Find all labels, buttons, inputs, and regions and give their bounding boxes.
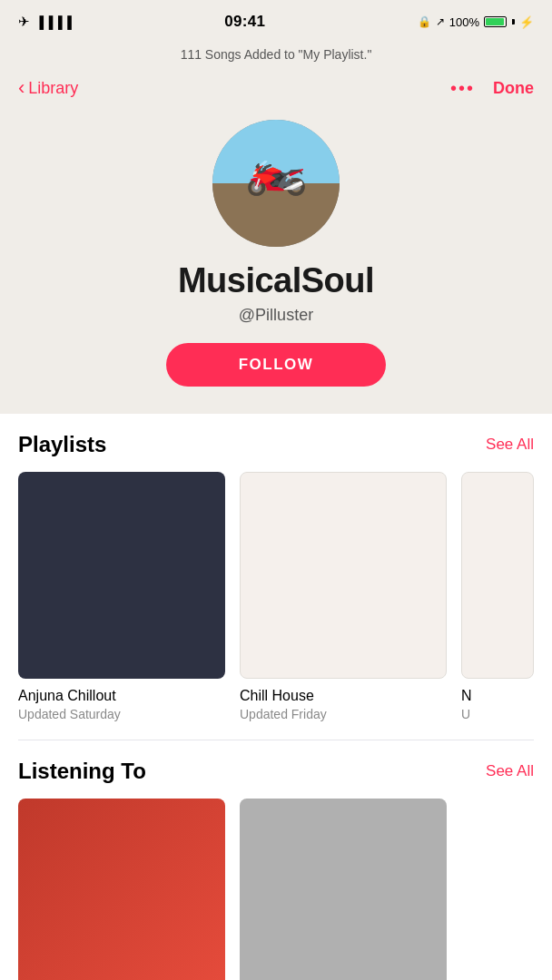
status-right: 🔒 ↗ 100% ⚡ <box>418 15 534 29</box>
playlist-updated-3: U <box>461 707 534 721</box>
back-arrow-icon: ‹ <box>18 76 25 100</box>
listening-title: Listening To <box>18 759 146 784</box>
playlist-cover-3 <box>461 472 534 679</box>
avatar <box>212 120 340 247</box>
listening-cover-2 <box>240 799 447 980</box>
signal-icon: ▐▐▐▐ <box>35 15 73 29</box>
playlist-cover-2 <box>240 472 447 679</box>
back-button[interactable]: ‹ Library <box>18 76 78 100</box>
back-label: Library <box>28 79 78 98</box>
listening-cover-1: जागो <box>18 799 225 980</box>
status-left: ✈ ▐▐▐▐ <box>18 14 73 30</box>
status-bar: ✈ ▐▐▐▐ 09:41 🔒 ↗ 100% ⚡ <box>0 0 552 40</box>
playlist-cover-1 <box>18 472 225 679</box>
playlist-name-1: Anjuna Chillout <box>18 688 225 704</box>
playlist-updated-1: Updated Saturday <box>18 707 225 721</box>
playlists-title: Playlists <box>18 432 106 457</box>
playlist-updated-2: Updated Friday <box>240 707 447 721</box>
charging-icon: ⚡ <box>519 15 534 29</box>
avatar-image <box>212 120 340 247</box>
playlist-name-3: N <box>461 688 534 704</box>
nav-bar: ‹ Library ••• Done <box>0 73 552 111</box>
battery-icon <box>484 16 507 27</box>
notification-banner: 111 Songs Added to "My Playlist." <box>0 40 552 73</box>
list-item[interactable]: Anjuna Chillout Updated Saturday <box>18 472 225 721</box>
content-area: Playlists See All Anjuna Chillout Update… <box>0 414 552 980</box>
listening-header: Listening To See All <box>18 759 534 784</box>
list-item[interactable]: Chill House Updated Friday <box>240 472 447 721</box>
profile-handle: @Pilluster <box>239 306 313 325</box>
more-button[interactable]: ••• <box>450 78 475 99</box>
lock-icon: 🔒 <box>418 15 431 28</box>
playlists-header: Playlists See All <box>18 432 534 457</box>
airplane-icon: ✈ <box>18 14 30 30</box>
done-button[interactable]: Done <box>493 79 534 98</box>
listening-grid: जागो <box>18 799 534 980</box>
listening-section: Listening To See All जागो <box>0 740 552 980</box>
follow-button[interactable]: FOLLOW <box>166 343 387 387</box>
list-item[interactable]: N U <box>461 472 534 721</box>
status-time: 09:41 <box>224 13 265 31</box>
notification-text: 111 Songs Added to "My Playlist." <box>181 47 372 62</box>
battery-percent: 100% <box>449 15 479 29</box>
nav-actions: ••• Done <box>450 78 534 99</box>
profile-name: MusicalSoul <box>178 261 374 300</box>
playlists-section: Playlists See All Anjuna Chillout Update… <box>0 414 552 740</box>
playlist-grid: Anjuna Chillout Updated Saturday Chill H… <box>18 472 534 740</box>
battery-tip <box>512 19 515 24</box>
list-item[interactable] <box>240 799 447 980</box>
list-item[interactable]: जागो <box>18 799 225 980</box>
profile-section: MusicalSoul @Pilluster FOLLOW <box>0 111 552 414</box>
listening-see-all[interactable]: See All <box>486 762 534 780</box>
location-icon: ↗ <box>436 15 445 28</box>
playlists-see-all[interactable]: See All <box>486 436 534 454</box>
playlist-name-2: Chill House <box>240 688 447 704</box>
